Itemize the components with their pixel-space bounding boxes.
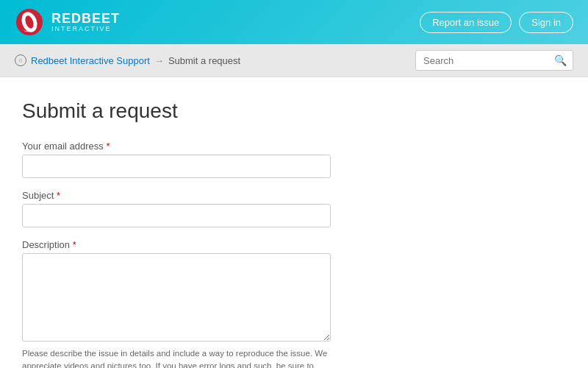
email-input[interactable] (22, 155, 331, 178)
breadcrumb-bar: ○ Redbeet Interactive Support → Submit a… (0, 44, 588, 77)
email-required-marker: * (104, 141, 110, 152)
page-title: Submit a request (22, 99, 566, 123)
logo-area: REDBEET INTERACTIVE (15, 7, 120, 37)
description-label: Description * (22, 239, 566, 250)
logo-interactive-text: INTERACTIVE (51, 25, 120, 32)
subject-required-marker: * (54, 190, 60, 201)
header: REDBEET INTERACTIVE Report an issue Sign… (0, 0, 588, 44)
breadcrumb-current: Submit a request (168, 55, 240, 66)
main-content: Submit a request Your email address * Su… (0, 77, 588, 368)
home-icon: ○ (15, 54, 26, 66)
subject-input[interactable] (22, 204, 331, 227)
logo-redbeet-text: REDBEET (51, 12, 120, 25)
email-group: Your email address * (22, 141, 566, 178)
search-button[interactable]: 🔍 (548, 51, 573, 70)
sign-in-button[interactable]: Sign in (519, 12, 573, 33)
description-textarea[interactable] (22, 253, 331, 342)
subject-group: Subject * (22, 190, 566, 227)
breadcrumb-arrow: → (154, 55, 164, 66)
description-required-marker: * (70, 239, 76, 250)
logo-text: REDBEET INTERACTIVE (51, 12, 120, 32)
breadcrumb-parent-link[interactable]: Redbeet Interactive Support (31, 55, 150, 66)
search-box: 🔍 (415, 50, 573, 71)
logo-icon (15, 7, 44, 37)
subject-label: Subject * (22, 190, 566, 201)
header-nav: Report an issue Sign in (420, 12, 573, 33)
description-group: Description * Please describe the issue … (22, 239, 566, 368)
breadcrumb: ○ Redbeet Interactive Support → Submit a… (15, 54, 240, 66)
description-hint: Please describe the issue in details and… (22, 347, 331, 368)
submit-request-form: Your email address * Subject * Descripti… (22, 141, 566, 368)
search-input[interactable] (416, 52, 548, 70)
email-label: Your email address * (22, 141, 566, 152)
report-issue-button[interactable]: Report an issue (420, 12, 512, 33)
